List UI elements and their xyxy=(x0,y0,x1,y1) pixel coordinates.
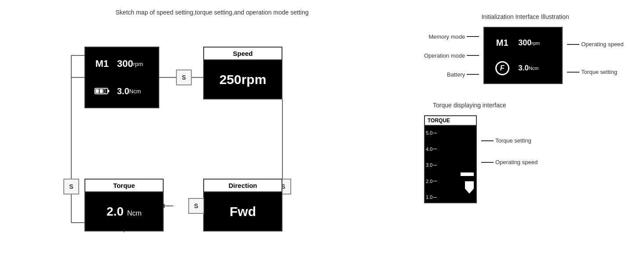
init-title: Initialization Interface Illustration xyxy=(424,13,626,20)
torque-setting-label: Torque setting xyxy=(581,69,617,75)
torque-header: Torque xyxy=(85,180,163,192)
svg-rect-19 xyxy=(95,89,99,93)
torque-setting-right-label: Torque setting xyxy=(495,137,531,144)
scale-4: 4.0 xyxy=(425,147,443,152)
battery-icon xyxy=(89,78,115,104)
init-labels-right: Operating speed Torque setting xyxy=(567,36,623,75)
torque-section-title: Torque displaying interface xyxy=(424,102,626,109)
torque-gauge: TORQUE 5.0 4.0 3.0 xyxy=(424,115,477,203)
speed-value: 250rpm xyxy=(220,72,267,87)
rpm-display: 300rpm xyxy=(117,51,155,77)
sketch-title: Sketch map of speed setting,torque setti… xyxy=(116,9,309,16)
scale-2: 2.0 xyxy=(425,179,443,184)
torque-section: Torque displaying interface TORQUE 5.0 4… xyxy=(424,102,626,203)
torque-display: 3.0Ncm xyxy=(117,78,155,104)
memory-mode-label: Memory mode xyxy=(428,33,465,40)
direction-value: Fwd xyxy=(230,204,256,219)
f-circle-init: F xyxy=(495,61,509,75)
torque-display-diagram: TORQUE 5.0 4.0 3.0 xyxy=(424,115,626,203)
scale-1: 1.0 xyxy=(425,194,443,200)
main-display: M1 300rpm 3.0Ncm xyxy=(84,47,159,108)
battery-label: Battery xyxy=(447,71,465,78)
scale-3: 3.0 xyxy=(425,162,443,168)
torque-display-header: TORQUE xyxy=(425,116,476,126)
init-diagram: Memory mode Operation mode Battery xyxy=(424,27,626,84)
torque-indicator-bar xyxy=(461,172,474,176)
speed-box: Speed 250rpm xyxy=(203,47,282,99)
gauge-bar-area xyxy=(443,128,476,202)
right-section: Initialization Interface Illustration Me… xyxy=(406,9,626,255)
svg-rect-21 xyxy=(104,89,106,93)
init-section: Initialization Interface Illustration Me… xyxy=(424,13,626,84)
operating-speed-right-label: Operating speed xyxy=(495,159,538,165)
svg-rect-18 xyxy=(108,90,110,92)
scale-5: 5.0 xyxy=(425,130,443,136)
direction-box: Direction Fwd xyxy=(203,179,282,231)
operation-mode-label: Operation mode xyxy=(424,52,465,59)
direction-header: Direction xyxy=(204,180,282,192)
torque-value: 2.0 Ncm xyxy=(106,205,142,219)
torque-right-labels: Torque setting Operating speed xyxy=(481,115,538,165)
init-labels-left: Memory mode Operation mode Battery xyxy=(424,33,479,78)
m1-label: M1 xyxy=(89,51,115,77)
s-button-mid-top[interactable]: S xyxy=(176,70,192,85)
operating-speed-label: Operating speed xyxy=(581,41,623,48)
s-button-mid-bottom[interactable]: S xyxy=(188,198,204,214)
flow-diagram: S M1 300rpm xyxy=(58,29,366,240)
torque-box: Torque 2.0 Ncm xyxy=(84,179,164,231)
svg-rect-20 xyxy=(100,89,103,93)
speed-indicator-bar xyxy=(465,181,474,194)
speed-header: Speed xyxy=(204,48,282,60)
s-button-left[interactable]: S xyxy=(63,179,79,194)
init-display: M1 300rpm F 3.0Ncm xyxy=(483,27,563,84)
